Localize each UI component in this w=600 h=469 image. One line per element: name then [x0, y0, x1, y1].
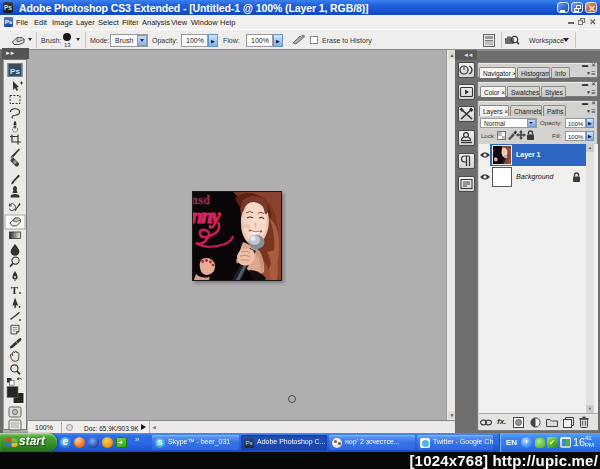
svg-text:T: T [11, 284, 19, 296]
svg-text:Ps: Ps [10, 67, 20, 76]
svg-text:n: n [493, 148, 495, 154]
svg-text:nny: nny [193, 204, 221, 228]
